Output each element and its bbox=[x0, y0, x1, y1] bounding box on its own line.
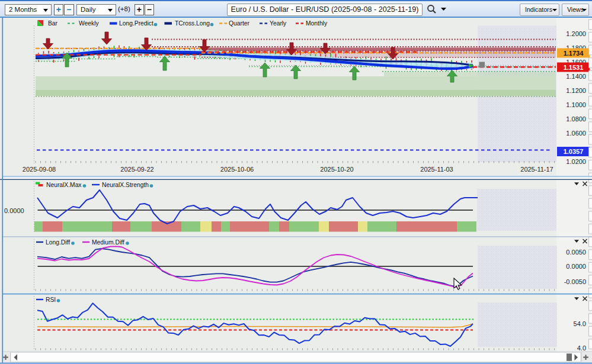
svg-text:2025-10-20: 2025-10-20 bbox=[320, 166, 353, 173]
svg-text:2025-11-17: 2025-11-17 bbox=[520, 166, 553, 173]
svg-text:1.2000: 1.2000 bbox=[566, 30, 586, 37]
svg-text:2025-11-03: 2025-11-03 bbox=[420, 166, 453, 173]
svg-text:1.1200: 1.1200 bbox=[566, 87, 586, 94]
svg-text:-0.0050: -0.0050 bbox=[564, 278, 586, 285]
svg-text:2025-09-22: 2025-09-22 bbox=[120, 166, 153, 173]
svg-text:1.0200: 1.0200 bbox=[566, 158, 586, 165]
svg-text:Bar: Bar bbox=[48, 20, 58, 27]
svg-text:1.0600: 1.0600 bbox=[566, 130, 586, 137]
svg-text:0.0000: 0.0000 bbox=[566, 263, 586, 270]
svg-text:NeuralX.Max: NeuralX.Max bbox=[46, 182, 82, 188]
svg-text:Yearly: Yearly bbox=[270, 20, 287, 27]
svg-text:Quarter: Quarter bbox=[229, 20, 249, 27]
svg-text:1.1734: 1.1734 bbox=[564, 50, 584, 57]
svg-text:1.1000: 1.1000 bbox=[566, 101, 586, 108]
svg-text:NeuralX.Strength: NeuralX.Strength bbox=[102, 182, 149, 188]
svg-text:TCross.Long: TCross.Long bbox=[175, 20, 210, 27]
svg-text:1.1531: 1.1531 bbox=[564, 64, 584, 71]
svg-text:0.0050: 0.0050 bbox=[566, 249, 586, 256]
svg-text:2025-10-06: 2025-10-06 bbox=[220, 166, 254, 173]
svg-text:1.0800: 1.0800 bbox=[566, 115, 586, 123]
svg-text:Medium.Diff: Medium.Diff bbox=[92, 239, 124, 246]
svg-text:1.0357: 1.0357 bbox=[564, 148, 584, 155]
svg-text:54.0: 54.0 bbox=[574, 320, 586, 327]
svg-text:0.0000: 0.0000 bbox=[4, 207, 24, 214]
svg-text:2025-09-08: 2025-09-08 bbox=[23, 166, 56, 173]
svg-text:Monthly: Monthly bbox=[306, 20, 328, 27]
svg-text:Long.Diff: Long.Diff bbox=[46, 239, 70, 246]
svg-text:Weekly: Weekly bbox=[79, 20, 99, 27]
svg-text:Long.Predict: Long.Predict bbox=[119, 20, 153, 27]
svg-text:1.1400: 1.1400 bbox=[566, 73, 586, 80]
svg-text:RSI: RSI bbox=[46, 297, 56, 303]
svg-text:4.0: 4.0 bbox=[577, 344, 586, 352]
